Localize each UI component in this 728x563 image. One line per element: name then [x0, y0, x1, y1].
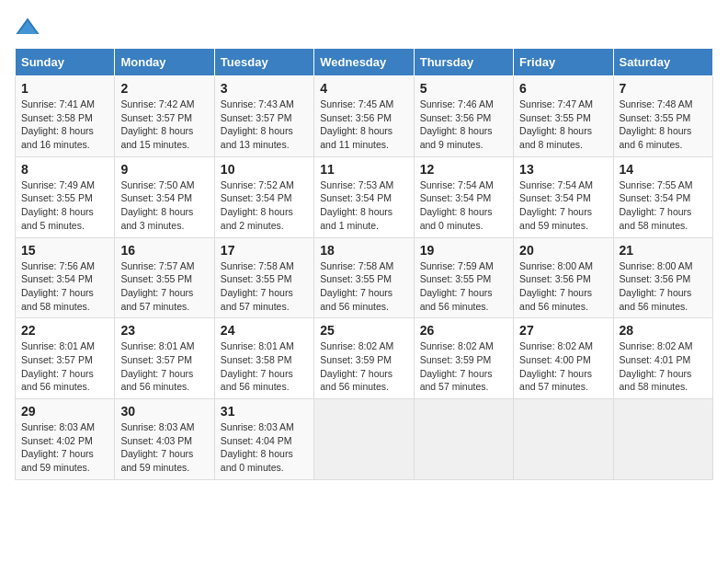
day-detail: Sunrise: 8:01 AMSunset: 3:57 PMDaylight:… — [21, 339, 108, 394]
calendar-cell: 12Sunrise: 7:54 AMSunset: 3:54 PMDayligh… — [414, 156, 513, 237]
calendar-cell: 9Sunrise: 7:50 AMSunset: 3:54 PMDaylight… — [115, 156, 214, 237]
day-number: 13 — [519, 162, 607, 177]
day-number: 11 — [320, 162, 407, 177]
calendar-week-1: 1Sunrise: 7:41 AMSunset: 3:58 PMDaylight… — [16, 76, 713, 157]
calendar-cell: 7Sunrise: 7:48 AMSunset: 3:55 PMDaylight… — [613, 76, 712, 157]
calendar-week-4: 22Sunrise: 8:01 AMSunset: 3:57 PMDayligh… — [16, 318, 713, 399]
weekday-header-thursday: Thursday — [414, 49, 513, 76]
day-number: 31 — [221, 404, 308, 419]
calendar-cell — [613, 399, 712, 480]
day-number: 10 — [221, 162, 308, 177]
day-detail: Sunrise: 8:03 AMSunset: 4:03 PMDaylight:… — [120, 420, 208, 475]
day-detail: Sunrise: 7:54 AMSunset: 3:54 PMDaylight:… — [519, 178, 607, 233]
calendar-cell — [514, 399, 613, 480]
weekday-header-sunday: Sunday — [16, 49, 115, 76]
day-detail: Sunrise: 8:03 AMSunset: 4:02 PMDaylight:… — [21, 420, 108, 475]
day-number: 16 — [120, 243, 208, 258]
day-detail: Sunrise: 7:45 AMSunset: 3:56 PMDaylight:… — [320, 98, 407, 152]
day-number: 12 — [420, 162, 507, 177]
day-detail: Sunrise: 7:41 AMSunset: 3:58 PMDaylight:… — [21, 98, 108, 152]
day-number: 24 — [221, 323, 308, 338]
weekday-header-saturday: Saturday — [613, 49, 712, 76]
day-detail: Sunrise: 8:02 AMSunset: 4:00 PMDaylight:… — [519, 339, 607, 394]
day-detail: Sunrise: 7:48 AMSunset: 3:55 PMDaylight:… — [620, 98, 707, 152]
calendar-cell: 11Sunrise: 7:53 AMSunset: 3:54 PMDayligh… — [314, 156, 414, 237]
day-detail: Sunrise: 8:03 AMSunset: 4:04 PMDaylight:… — [221, 420, 308, 475]
calendar-cell: 21Sunrise: 8:00 AMSunset: 3:56 PMDayligh… — [613, 237, 712, 318]
day-detail: Sunrise: 7:50 AMSunset: 3:54 PMDaylight:… — [120, 178, 208, 233]
calendar-cell: 30Sunrise: 8:03 AMSunset: 4:03 PMDayligh… — [115, 399, 214, 480]
calendar-cell: 16Sunrise: 7:57 AMSunset: 3:55 PMDayligh… — [115, 237, 214, 318]
calendar-week-5: 29Sunrise: 8:03 AMSunset: 4:02 PMDayligh… — [16, 399, 713, 480]
day-number: 22 — [21, 323, 108, 338]
day-number: 5 — [420, 81, 507, 96]
day-detail: Sunrise: 7:57 AMSunset: 3:55 PMDaylight:… — [120, 259, 208, 314]
day-number: 8 — [21, 162, 108, 177]
day-number: 6 — [519, 81, 607, 96]
weekday-header-monday: Monday — [115, 49, 214, 76]
calendar-week-3: 15Sunrise: 7:56 AMSunset: 3:54 PMDayligh… — [16, 237, 713, 318]
day-number: 26 — [420, 323, 507, 338]
calendar-cell: 25Sunrise: 8:02 AMSunset: 3:59 PMDayligh… — [314, 318, 414, 399]
weekday-header-wednesday: Wednesday — [314, 49, 414, 76]
logo-icon — [15, 15, 40, 40]
day-number: 30 — [120, 404, 208, 419]
day-detail: Sunrise: 7:56 AMSunset: 3:54 PMDaylight:… — [21, 259, 108, 314]
day-number: 29 — [21, 404, 108, 419]
calendar-cell — [314, 399, 414, 480]
day-detail: Sunrise: 8:02 AMSunset: 4:01 PMDaylight:… — [620, 339, 707, 394]
day-detail: Sunrise: 7:54 AMSunset: 3:54 PMDaylight:… — [420, 178, 507, 233]
day-detail: Sunrise: 7:59 AMSunset: 3:55 PMDaylight:… — [420, 259, 507, 314]
header — [15, 15, 713, 40]
day-number: 17 — [221, 243, 308, 258]
day-detail: Sunrise: 8:02 AMSunset: 3:59 PMDaylight:… — [420, 339, 507, 394]
day-number: 25 — [320, 323, 407, 338]
day-number: 21 — [620, 243, 707, 258]
calendar-cell: 6Sunrise: 7:47 AMSunset: 3:55 PMDaylight… — [514, 76, 613, 157]
calendar-cell: 4Sunrise: 7:45 AMSunset: 3:56 PMDaylight… — [314, 76, 414, 157]
day-number: 23 — [120, 323, 208, 338]
day-detail: Sunrise: 7:43 AMSunset: 3:57 PMDaylight:… — [221, 98, 308, 152]
calendar-cell: 20Sunrise: 8:00 AMSunset: 3:56 PMDayligh… — [514, 237, 613, 318]
calendar-cell: 28Sunrise: 8:02 AMSunset: 4:01 PMDayligh… — [613, 318, 712, 399]
calendar-cell: 8Sunrise: 7:49 AMSunset: 3:55 PMDaylight… — [16, 156, 115, 237]
day-number: 1 — [21, 81, 108, 96]
calendar-cell: 18Sunrise: 7:58 AMSunset: 3:55 PMDayligh… — [314, 237, 414, 318]
calendar-cell: 24Sunrise: 8:01 AMSunset: 3:58 PMDayligh… — [214, 318, 313, 399]
calendar-week-2: 8Sunrise: 7:49 AMSunset: 3:55 PMDaylight… — [16, 156, 713, 237]
day-number: 19 — [420, 243, 507, 258]
calendar-cell: 23Sunrise: 8:01 AMSunset: 3:57 PMDayligh… — [115, 318, 214, 399]
calendar-cell: 13Sunrise: 7:54 AMSunset: 3:54 PMDayligh… — [514, 156, 613, 237]
day-number: 14 — [620, 162, 707, 177]
calendar-cell — [414, 399, 513, 480]
day-number: 3 — [221, 81, 308, 96]
calendar-cell: 29Sunrise: 8:03 AMSunset: 4:02 PMDayligh… — [16, 399, 115, 480]
calendar-cell: 15Sunrise: 7:56 AMSunset: 3:54 PMDayligh… — [16, 237, 115, 318]
weekday-header-friday: Friday — [514, 49, 613, 76]
day-detail: Sunrise: 7:55 AMSunset: 3:54 PMDaylight:… — [620, 178, 707, 233]
calendar-body: 1Sunrise: 7:41 AMSunset: 3:58 PMDaylight… — [16, 76, 713, 480]
logo — [15, 15, 42, 40]
day-detail: Sunrise: 7:53 AMSunset: 3:54 PMDaylight:… — [320, 178, 407, 233]
day-detail: Sunrise: 7:46 AMSunset: 3:56 PMDaylight:… — [420, 98, 507, 152]
day-number: 15 — [21, 243, 108, 258]
day-detail: Sunrise: 7:42 AMSunset: 3:57 PMDaylight:… — [120, 98, 208, 152]
calendar-cell: 2Sunrise: 7:42 AMSunset: 3:57 PMDaylight… — [115, 76, 214, 157]
calendar-cell: 14Sunrise: 7:55 AMSunset: 3:54 PMDayligh… — [613, 156, 712, 237]
day-detail: Sunrise: 7:49 AMSunset: 3:55 PMDaylight:… — [21, 178, 108, 233]
day-detail: Sunrise: 8:01 AMSunset: 3:57 PMDaylight:… — [120, 339, 208, 394]
day-number: 27 — [519, 323, 607, 338]
weekday-header-tuesday: Tuesday — [214, 49, 313, 76]
calendar-cell: 5Sunrise: 7:46 AMSunset: 3:56 PMDaylight… — [414, 76, 513, 157]
calendar-cell: 27Sunrise: 8:02 AMSunset: 4:00 PMDayligh… — [514, 318, 613, 399]
calendar-cell: 26Sunrise: 8:02 AMSunset: 3:59 PMDayligh… — [414, 318, 513, 399]
calendar-table: SundayMondayTuesdayWednesdayThursdayFrid… — [15, 48, 713, 480]
page-container: SundayMondayTuesdayWednesdayThursdayFrid… — [15, 15, 713, 480]
day-detail: Sunrise: 8:02 AMSunset: 3:59 PMDaylight:… — [320, 339, 407, 394]
day-number: 7 — [620, 81, 707, 96]
calendar-cell: 3Sunrise: 7:43 AMSunset: 3:57 PMDaylight… — [214, 76, 313, 157]
day-detail: Sunrise: 8:00 AMSunset: 3:56 PMDaylight:… — [620, 259, 707, 314]
day-number: 20 — [519, 243, 607, 258]
calendar-cell: 19Sunrise: 7:59 AMSunset: 3:55 PMDayligh… — [414, 237, 513, 318]
day-number: 4 — [320, 81, 407, 96]
